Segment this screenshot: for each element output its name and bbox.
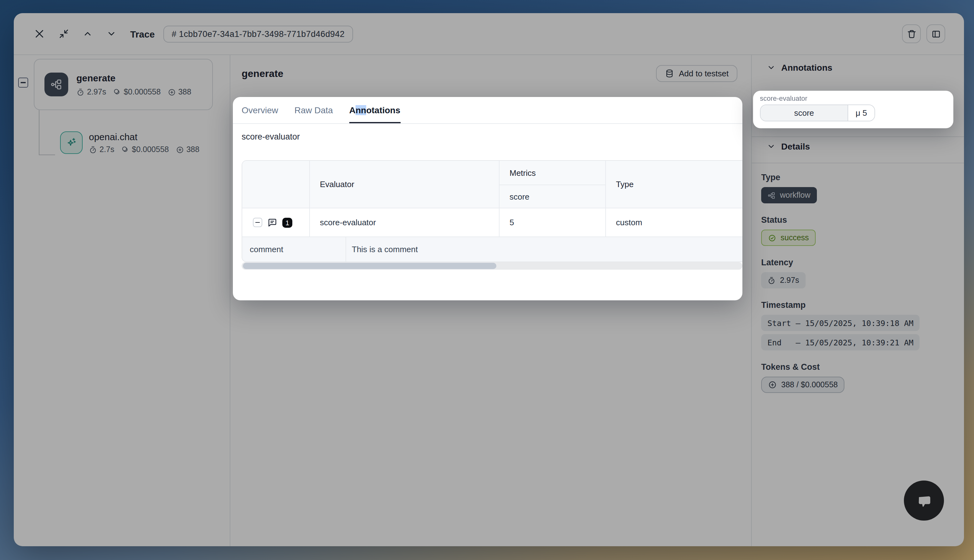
tab-annotations[interactable]: Annotations bbox=[349, 97, 400, 123]
mean-score-value: μ 5 bbox=[847, 105, 874, 121]
actions-column-header bbox=[242, 161, 310, 208]
row-actions-cell: 1 bbox=[242, 208, 310, 237]
comment-value-cell: This is a comment bbox=[346, 237, 742, 262]
page: Trace # 1cbb70e7-34a1-7bb7-3498-771b7d46… bbox=[0, 0, 974, 560]
horizontal-scrollbar[interactable] bbox=[242, 262, 742, 270]
score-annotation-popover: score-evaluator score μ 5 bbox=[753, 91, 953, 128]
span-tabs: Overview Raw Data Annotations bbox=[233, 97, 742, 124]
score-segmented-control: score μ 5 bbox=[760, 105, 875, 122]
table-row: 1 score-evaluator 5 custom bbox=[242, 208, 742, 237]
score-cell: 5 bbox=[500, 208, 606, 237]
comment-row: comment This is a comment bbox=[242, 237, 742, 262]
evaluator-cell: score-evaluator bbox=[310, 208, 500, 237]
comment-count-badge[interactable]: 1 bbox=[282, 217, 292, 227]
evaluator-section-title: score-evaluator bbox=[242, 132, 300, 142]
text-selection-highlight: nn bbox=[355, 105, 366, 115]
comment-button[interactable] bbox=[267, 217, 277, 227]
metrics-column-header: Metrics score bbox=[500, 161, 606, 208]
annotations-table-wrap: Evaluator Metrics score Type 1 bbox=[242, 160, 742, 262]
row-checkbox-indeterminate[interactable] bbox=[253, 218, 262, 227]
type-column-header: Type bbox=[606, 161, 742, 208]
comment-key-cell: comment bbox=[242, 237, 346, 262]
type-cell: custom bbox=[606, 208, 742, 237]
tab-raw-data[interactable]: Raw Data bbox=[295, 97, 333, 123]
popover-evaluator-label: score-evaluator bbox=[760, 95, 946, 102]
tab-overview[interactable]: Overview bbox=[242, 97, 278, 123]
minus-icon bbox=[255, 222, 260, 223]
scrollbar-thumb[interactable] bbox=[243, 263, 496, 269]
table-header-row: Evaluator Metrics score Type bbox=[242, 161, 742, 208]
annotations-card: Overview Raw Data Annotations score-eval… bbox=[233, 97, 742, 300]
evaluator-column-header: Evaluator bbox=[310, 161, 500, 208]
comment-icon bbox=[267, 217, 277, 227]
score-metric-button[interactable]: score bbox=[761, 105, 847, 121]
annotations-table: Evaluator Metrics score Type 1 bbox=[242, 160, 742, 262]
metrics-header-label: Metrics bbox=[500, 161, 605, 185]
metric-name-label: score bbox=[500, 185, 605, 208]
